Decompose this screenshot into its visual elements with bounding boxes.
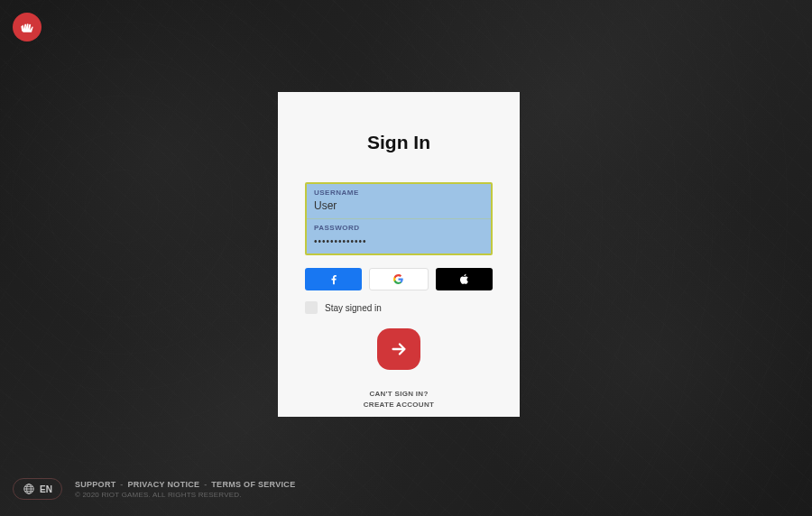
help-links: CAN'T SIGN IN? CREATE ACCOUNT <box>305 390 493 409</box>
arrow-right-icon <box>389 339 409 359</box>
cant-sign-in-link[interactable]: CAN'T SIGN IN? <box>305 390 493 398</box>
separator: - <box>204 480 207 489</box>
fist-icon <box>18 18 36 36</box>
password-field[interactable]: PASSWORD <box>307 218 491 253</box>
language-code: EN <box>40 484 52 494</box>
username-field[interactable]: USERNAME <box>307 184 491 218</box>
footer-text: SUPPORT - PRIVACY NOTICE - TERMS OF SERV… <box>75 480 296 499</box>
signin-card: Sign In USERNAME PASSWORD <box>278 92 520 417</box>
apple-icon <box>458 273 470 285</box>
submit-button[interactable] <box>377 328 420 370</box>
facebook-icon <box>328 273 340 286</box>
password-label: PASSWORD <box>314 224 484 232</box>
apple-login-button[interactable] <box>436 268 493 290</box>
terms-link[interactable]: TERMS OF SERVICE <box>211 480 295 489</box>
facebook-login-button[interactable] <box>305 268 362 290</box>
support-link[interactable]: SUPPORT <box>75 480 116 489</box>
google-icon <box>392 273 404 285</box>
signin-title: Sign In <box>305 132 493 153</box>
social-login-row <box>305 268 493 290</box>
create-account-link[interactable]: CREATE ACCOUNT <box>305 401 493 409</box>
language-selector[interactable]: EN <box>13 478 62 500</box>
stay-signed-in-checkbox[interactable] <box>305 301 318 314</box>
copyright: © 2020 RIOT GAMES. ALL RIGHTS RESERVED. <box>75 491 296 499</box>
separator: - <box>120 480 123 489</box>
riot-logo[interactable] <box>13 13 42 41</box>
privacy-link[interactable]: PRIVACY NOTICE <box>127 480 199 489</box>
footer: EN SUPPORT - PRIVACY NOTICE - TERMS OF S… <box>13 478 295 500</box>
stay-signed-in-row: Stay signed in <box>305 301 493 314</box>
password-input[interactable] <box>314 236 484 246</box>
username-input[interactable] <box>314 199 484 212</box>
globe-icon <box>23 483 35 495</box>
stay-signed-in-label: Stay signed in <box>325 303 382 313</box>
username-label: USERNAME <box>314 189 484 197</box>
credentials-group: USERNAME PASSWORD <box>305 182 493 255</box>
google-login-button[interactable] <box>369 268 428 290</box>
